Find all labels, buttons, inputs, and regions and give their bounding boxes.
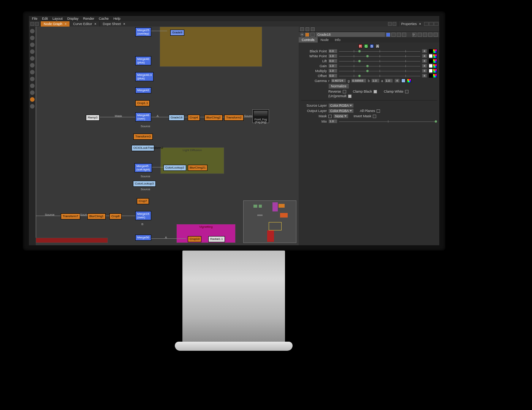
node-color-icon[interactable] (386, 33, 390, 37)
color-picker-icon[interactable] (433, 54, 437, 58)
tool-icon[interactable] (30, 84, 35, 88)
mask-select[interactable]: None (333, 114, 348, 118)
maximize-button[interactable] (429, 22, 434, 26)
tool-icon[interactable] (30, 77, 35, 81)
reverse-checkbox[interactable] (343, 90, 346, 93)
node-crop4[interactable]: Crop4 (188, 115, 200, 121)
menu-help[interactable]: Help (113, 17, 120, 20)
color-icon[interactable] (305, 33, 309, 37)
node-merge15[interactable]: Merge15 (over) (135, 211, 151, 220)
four-button[interactable]: 4 (422, 69, 427, 73)
menu-edit[interactable]: Edit (42, 17, 48, 20)
swatch[interactable] (429, 59, 433, 63)
node-clut3[interactable]: ColorLookup3 (133, 181, 156, 187)
value-field[interactable]: 1.0 (328, 69, 337, 73)
normalize-button[interactable]: Normalize (328, 84, 349, 89)
value-slider[interactable] (339, 69, 420, 73)
node-merge40[interactable]: Merge40 (plus) (135, 56, 151, 65)
float-icon[interactable] (418, 33, 422, 37)
mix-field[interactable]: 1.0 (328, 119, 337, 123)
tool-icon[interactable] (30, 56, 35, 61)
node-merge50[interactable]: Merge50 (135, 235, 151, 241)
clamp-black-checkbox[interactable] (374, 90, 377, 93)
close-icon[interactable] (434, 33, 438, 37)
color-picker-icon[interactable] (433, 69, 437, 73)
four-button[interactable]: 4 (422, 64, 427, 68)
node-xform3[interactable]: Transform3 (133, 134, 153, 140)
tool-icon[interactable] (30, 36, 35, 40)
node-blurC[interactable]: BlurCImg1 (87, 213, 106, 219)
clamp-white-checkbox[interactable] (405, 90, 408, 93)
tool-icon[interactable] (30, 43, 35, 47)
mix-slider[interactable] (339, 120, 437, 123)
channel-r[interactable]: R (358, 44, 363, 48)
node-merge42[interactable]: Merge42 (135, 87, 151, 93)
swatch[interactable] (429, 64, 433, 68)
value-slider[interactable] (339, 54, 420, 58)
node-grade18[interactable]: Grade18 (169, 115, 184, 121)
value-slider[interactable] (339, 74, 420, 78)
help-icon[interactable]: ? (412, 33, 416, 37)
navigator-viewport[interactable] (269, 222, 282, 230)
prop-tool-icon[interactable] (311, 27, 315, 31)
gamma-swatch[interactable] (401, 79, 405, 83)
node-merge403[interactable]: Merge40.3 (plus) (135, 72, 154, 81)
gamma-r[interactable]: 0.40724 (331, 79, 346, 83)
mask-enable-checkbox[interactable] (328, 115, 332, 118)
menu-layout[interactable]: Layout (52, 17, 63, 20)
channel-g[interactable]: G (364, 44, 368, 48)
node-xform7[interactable]: Transform7 (61, 213, 80, 219)
minimize-button[interactable] (424, 22, 429, 26)
four-button[interactable]: 4 (422, 59, 427, 63)
prop-tab-node[interactable]: Node (318, 37, 332, 43)
tool-icon[interactable] (30, 70, 35, 74)
menu-cache[interactable]: Cache (99, 17, 109, 20)
value-field[interactable]: 1.0 (328, 64, 337, 68)
node-clut2[interactable]: ColorLookup2 (163, 165, 186, 171)
pane-icon[interactable] (388, 22, 392, 26)
unpremult-checkbox[interactable] (348, 95, 352, 98)
channel-b[interactable]: B (370, 44, 374, 48)
node-merge45[interactable]: Merge45 (soft-light) (135, 163, 152, 172)
backdrop-vignetting[interactable]: Vignetting (176, 224, 236, 243)
color-picker-icon[interactable] (433, 49, 437, 53)
value-field[interactable]: 0.0 (328, 74, 337, 78)
node-crop8[interactable]: Crop8 (109, 213, 122, 219)
invert-mask-checkbox[interactable] (373, 115, 376, 118)
color-picker-icon[interactable] (407, 79, 411, 83)
swatch[interactable] (429, 54, 433, 58)
node-ramp3[interactable]: Ramp3 (86, 115, 100, 121)
next-icon[interactable] (397, 33, 401, 37)
menu-display[interactable]: Display (67, 17, 79, 20)
four-button[interactable]: 4 (422, 49, 427, 53)
node-ocio[interactable]: OCIOLookTransform2 (131, 145, 154, 151)
swatch[interactable] (429, 49, 433, 53)
close-icon[interactable]: × (94, 22, 96, 26)
tool-icon[interactable] (30, 29, 35, 33)
pane-icon[interactable] (35, 22, 39, 26)
tool-icon-active[interactable] (30, 97, 35, 102)
node-blurA[interactable]: BlurCImg2 (204, 115, 223, 121)
close-icon[interactable]: × (65, 22, 66, 26)
tool-icon[interactable] (30, 63, 35, 68)
prop-tab-controls[interactable]: Controls (299, 37, 318, 43)
four-button[interactable]: 4 (422, 74, 427, 78)
value-field[interactable]: 1.0 (328, 54, 337, 58)
tool-icon[interactable] (30, 90, 35, 95)
tab-properties[interactable]: Properties × (398, 21, 424, 27)
color-picker-icon[interactable] (433, 74, 437, 78)
swatch[interactable] (429, 69, 433, 73)
color-picker-icon[interactable] (433, 59, 437, 63)
gear-icon[interactable] (300, 33, 304, 36)
node-crop11[interactable]: Crop1.1 (135, 100, 150, 106)
node-grade9[interactable]: Grade9 (170, 30, 184, 36)
undo-icon[interactable] (310, 33, 315, 37)
node-graph[interactable]: Light Diffusion Vignetting Merge25 (over… (36, 27, 299, 245)
properties-node-name[interactable]: Grade18 (316, 32, 385, 37)
gamma-g[interactable]: 0.68568 (351, 79, 366, 83)
prop-tool-icon[interactable] (300, 27, 304, 31)
prev-icon[interactable] (391, 33, 396, 37)
four-button[interactable]: 4 (394, 79, 400, 83)
prop-tab-info[interactable]: Info (332, 37, 344, 43)
minimize-icon[interactable] (423, 33, 427, 37)
